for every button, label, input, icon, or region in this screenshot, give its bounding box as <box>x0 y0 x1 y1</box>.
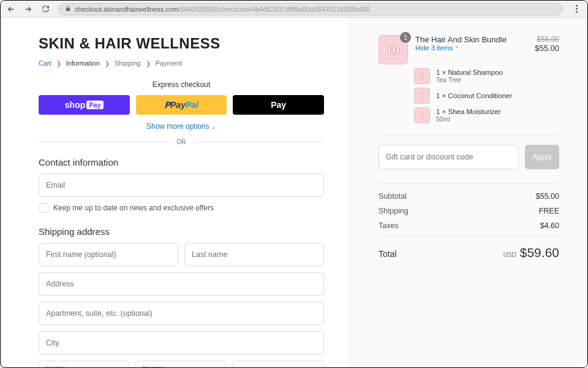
back-icon[interactable] <box>7 5 15 13</box>
lock-icon <box>65 6 71 13</box>
or-divider: OR <box>170 139 194 145</box>
shoppay-button[interactable]: shopPay <box>39 95 130 115</box>
order-summary: 1 The Hair And Skin Bundle Hide 3 items … <box>350 18 587 367</box>
product-thumbnail: 1 <box>379 35 408 64</box>
subtotal-value: $55.00 <box>536 192 559 201</box>
bundle-thumbnail <box>414 88 430 104</box>
cart-item-title: The Hair And Skin Bundle <box>415 35 527 44</box>
browser-toolbar: checkout.skinandhairwellness.com/5840535… <box>1 1 587 18</box>
bundle-item: 1 × Coconut Conditioner <box>414 88 559 104</box>
compare-price: $65.00 <box>535 35 559 44</box>
applepay-button[interactable]: Pay <box>233 95 324 115</box>
address-field[interactable] <box>39 272 324 296</box>
province-select[interactable]: Province Alberta ▾ <box>135 361 226 367</box>
url-path: /5840535598/checkouts/4b4d62637df89a00a0… <box>178 6 370 13</box>
subscribe-checkbox[interactable] <box>39 203 48 213</box>
shipping-label: Shipping <box>379 207 409 215</box>
chevron-right-icon: ❯ <box>56 60 61 67</box>
breadcrumb: Cart ❯ Information ❯ Shipping ❯ Payment <box>39 59 324 67</box>
total-value: $59.60 <box>520 245 559 259</box>
chevron-down-icon: ⌄ <box>211 124 216 130</box>
store-name: SKIN & HAIR WELLNESS <box>39 35 324 52</box>
url-domain: checkout.skinandhairwellness.com <box>75 6 178 13</box>
apply-button[interactable]: Apply <box>525 145 559 169</box>
bundle-item: 1 × Shea Moisturizer50ml <box>414 107 559 123</box>
checkout-form: SKIN & HAIR WELLNESS Cart ❯ Information … <box>1 18 350 367</box>
paypal-button[interactable]: 𝗣PayPal <box>136 95 227 115</box>
reload-icon[interactable] <box>41 5 50 13</box>
subscribe-label: Keep me up to date on news and exclusive… <box>53 204 214 212</box>
url-bar[interactable]: checkout.skinandhairwellness.com/5840535… <box>58 3 563 15</box>
show-more-options[interactable]: Show more options ⌄ <box>39 122 324 131</box>
chevron-right-icon: ❯ <box>105 60 110 67</box>
breadcrumb-cart[interactable]: Cart <box>39 59 51 67</box>
forward-icon[interactable] <box>24 5 32 13</box>
country-select[interactable]: Country Canada ▾ <box>39 361 129 367</box>
browser-menu-icon[interactable] <box>571 5 581 13</box>
chevron-up-icon: ⌃ <box>454 45 459 52</box>
breadcrumb-shipping: Shipping <box>115 59 141 67</box>
email-field[interactable] <box>39 174 324 197</box>
breadcrumb-payment: Payment <box>156 59 182 67</box>
city-field[interactable] <box>39 331 324 355</box>
taxes-label: Taxes <box>379 221 399 230</box>
first-name-field[interactable] <box>39 243 178 266</box>
quantity-badge: 1 <box>400 32 411 43</box>
currency-label: USD <box>503 251 516 258</box>
taxes-value: $4.60 <box>540 221 559 230</box>
bundle-thumbnail <box>414 68 430 84</box>
shipping-value: FREE <box>539 207 559 215</box>
discount-code-field[interactable] <box>379 145 519 169</box>
breadcrumb-information: Information <box>66 59 100 67</box>
total-label: Total <box>379 249 397 259</box>
express-checkout-label: Express checkout <box>39 80 324 89</box>
item-price: $55.00 <box>535 44 559 53</box>
contact-heading: Contact information <box>39 157 324 167</box>
subtotal-label: Subtotal <box>379 192 407 201</box>
shipping-heading: Shipping address <box>39 226 324 237</box>
bundle-item: 1 × Natural ShampooTea Tree <box>414 68 559 84</box>
postal-code-field[interactable] <box>232 361 324 367</box>
chevron-right-icon: ❯ <box>146 60 151 67</box>
apartment-field[interactable] <box>39 302 324 325</box>
bundle-thumbnail <box>414 107 430 123</box>
toggle-bundle-items[interactable]: Hide 3 items ⌃ <box>415 44 527 52</box>
last-name-field[interactable] <box>184 243 324 266</box>
